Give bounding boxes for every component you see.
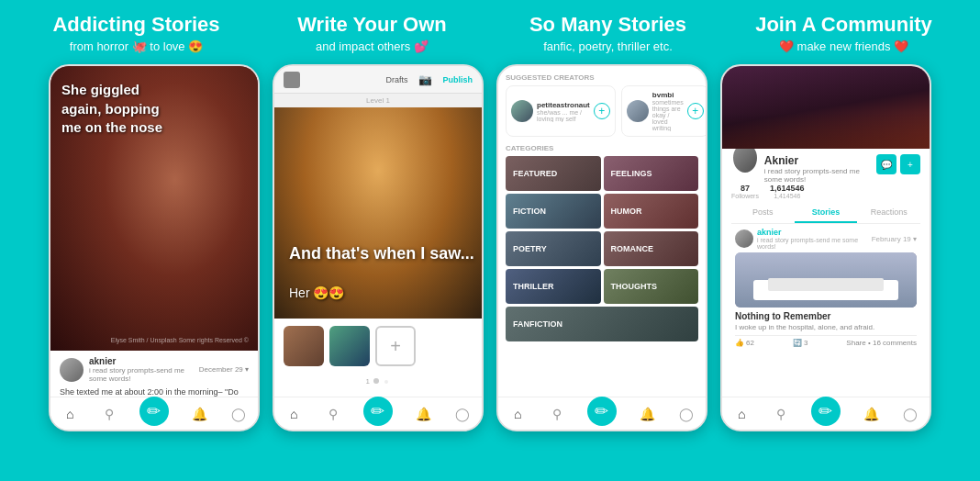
post4-author-info: aknier i read story prompts-send me some… bbox=[757, 228, 872, 250]
home-icon[interactable]: ⌂ bbox=[61, 406, 78, 422]
create-nav-4-fab[interactable]: ✏ bbox=[811, 397, 841, 426]
repost-icon: 🔄 bbox=[121, 431, 130, 431]
category-romance[interactable]: ROMANCE bbox=[604, 231, 699, 266]
creator-avatar-1 bbox=[511, 100, 533, 122]
publish-button[interactable]: Publish bbox=[442, 75, 473, 84]
phone-1: She giggled again, bopping me on the nos… bbox=[49, 64, 260, 431]
section-header-2: Write Your Own and impact others 💕 bbox=[262, 13, 483, 53]
profile-name-group: Aknier i read story prompts-send me some… bbox=[764, 154, 876, 184]
home-nav-3-icon[interactable]: ⌂ bbox=[509, 406, 526, 422]
creator-info-2: bvmbi sometimes things are okay / loved … bbox=[652, 91, 684, 131]
profile-tab-bar: Posts Stories Reactions bbox=[731, 203, 920, 224]
home-nav-icon[interactable]: ⌂ bbox=[285, 406, 302, 422]
home-nav-4-icon[interactable]: ⌂ bbox=[733, 406, 750, 422]
share-text: Share • 16 comments bbox=[178, 431, 249, 431]
search-nav-icon[interactable]: ⚲ bbox=[325, 406, 341, 422]
category-feelings[interactable]: FEELINGS bbox=[604, 156, 699, 191]
phone1-post-date: December 29 ▾ bbox=[199, 365, 249, 374]
phone1-bottom-nav: ⌂ ⚲ ✏ 🔔 ◯ bbox=[50, 397, 258, 430]
photo-icon[interactable]: 📷 bbox=[417, 72, 433, 88]
section-title-2: Write Your Own bbox=[262, 13, 483, 37]
phone1-author-name: aknier bbox=[89, 356, 199, 366]
post4-reposts-count: 3 bbox=[804, 339, 807, 347]
bell-nav-3-icon[interactable]: 🔔 bbox=[639, 406, 655, 422]
share-text-4: Share • 16 comments bbox=[846, 339, 917, 347]
phone2-bottom-nav: ⌂ ⚲ ✏ 🔔 ◯ bbox=[274, 397, 482, 430]
search-nav-4-icon[interactable]: ⚲ bbox=[773, 406, 789, 422]
category-humor[interactable]: HUMOR bbox=[604, 194, 699, 229]
phone4-cover-image bbox=[722, 66, 930, 149]
category-fiction[interactable]: FICTION bbox=[506, 194, 601, 229]
profile-icon[interactable]: ◯ bbox=[230, 406, 247, 422]
tab-posts[interactable]: Posts bbox=[731, 203, 795, 223]
tab-stories[interactable]: Stories bbox=[795, 203, 858, 223]
phone1-reposts[interactable]: 🔄 3 bbox=[121, 431, 136, 431]
category-thriller[interactable]: THRILLER bbox=[506, 269, 601, 304]
thumbnail-1[interactable] bbox=[284, 326, 324, 366]
phone1-author-info: aknier i read story prompts-send me some… bbox=[89, 356, 199, 383]
watermark-text: Elyse Smith / Unsplash Some rights Reser… bbox=[111, 337, 249, 343]
headers-row: Addicting Stories from horror 🐙 to love … bbox=[0, 0, 980, 61]
create-nav-fab[interactable]: ✏ bbox=[363, 397, 393, 426]
phone3-main-content: Suggested creators petiteastronaut she/w… bbox=[498, 66, 706, 430]
thumbnail-2[interactable] bbox=[329, 326, 370, 366]
create-nav-3-fab[interactable]: ✏ bbox=[587, 397, 617, 426]
section-title-1: Addicting Stories bbox=[27, 13, 247, 37]
follow-button[interactable]: + bbox=[900, 154, 920, 174]
creator-avatar-2 bbox=[627, 100, 649, 122]
post4-date: February 19 ▾ bbox=[872, 235, 917, 243]
search-icon[interactable]: ⚲ bbox=[101, 406, 117, 422]
bell-nav-4-icon[interactable]: 🔔 bbox=[863, 406, 879, 422]
bell-nav-icon[interactable]: 🔔 bbox=[415, 406, 431, 422]
story-subtitle: I woke up in the hospital, alone, and af… bbox=[735, 323, 917, 331]
post4-likes-count: 62 bbox=[746, 339, 754, 347]
phone2-thumbnails: + bbox=[274, 319, 482, 374]
phone-4: Aknier i read story prompts-send me some… bbox=[720, 64, 931, 431]
drafts-button[interactable]: Drafts bbox=[385, 75, 407, 84]
category-thoughts[interactable]: THOUGHTS bbox=[604, 269, 699, 304]
profile-left: Aknier i read story prompts-send me some… bbox=[731, 154, 876, 184]
phone1-author-bio: i read story prompts-send me some words! bbox=[89, 366, 199, 383]
profile-actions: 💬 + bbox=[876, 154, 920, 174]
categories-section: Categories FEATURED FEELINGS FICTION HUM… bbox=[506, 144, 698, 341]
phone4-profile-section: Aknier i read story prompts-send me some… bbox=[722, 149, 930, 352]
category-featured[interactable]: FEATURED bbox=[506, 156, 601, 191]
likes-count: 32 bbox=[71, 431, 79, 431]
phone1-share[interactable]: Share • 16 comments bbox=[178, 431, 249, 431]
follow-creator-2-button[interactable]: + bbox=[687, 103, 704, 119]
creator-sub-1: she/was ... me / loving my self bbox=[537, 109, 590, 122]
creator-card-1: petiteastronaut she/was ... me / loving … bbox=[506, 85, 616, 137]
profile-nav-icon[interactable]: ◯ bbox=[454, 406, 471, 422]
suggested-creators-section: Suggested creators petiteastronaut she/w… bbox=[506, 73, 698, 137]
section-header-3: So Many Stories fanfic, poetry, thriller… bbox=[498, 13, 718, 53]
phone2-logo bbox=[284, 72, 300, 88]
profile-nav-3-icon[interactable]: ◯ bbox=[678, 406, 695, 422]
profile-nav-4-icon[interactable]: ◯ bbox=[902, 406, 919, 422]
post4-story-image bbox=[735, 252, 917, 308]
section-header-4: Join A Community ❤️ make new friends ❤️ bbox=[734, 13, 954, 53]
phone2-toolbar: Drafts 📷 Publish bbox=[274, 66, 482, 94]
phone1-story-text: She giggled again, bopping me on the nos… bbox=[61, 81, 181, 137]
category-poetry[interactable]: POETRY bbox=[506, 231, 601, 266]
post4-reposts[interactable]: 🔄 3 bbox=[793, 339, 807, 347]
stat-followers: 87 Followers bbox=[731, 184, 759, 199]
tab-reactions[interactable]: Reactions bbox=[857, 203, 920, 223]
post4-author-bio: i read story prompts-send me some words! bbox=[757, 237, 872, 250]
post4-share[interactable]: Share • 16 comments bbox=[846, 339, 917, 347]
follow-creator-1-button[interactable]: + bbox=[594, 103, 610, 119]
bell-icon[interactable]: 🔔 bbox=[191, 406, 207, 422]
stat-following: 1,614546 1,414546 bbox=[770, 184, 805, 199]
post4-likes[interactable]: 👍 62 bbox=[735, 339, 754, 347]
create-fab[interactable]: ✏ bbox=[139, 397, 169, 426]
phone1-likes[interactable]: 👍 32 bbox=[60, 431, 79, 431]
suggested-label: Suggested creators bbox=[506, 73, 698, 82]
add-thumbnail-button[interactable]: + bbox=[375, 326, 416, 366]
phone-2: Drafts 📷 Publish Level 1 And that's when… bbox=[273, 64, 484, 431]
section-title-3: So Many Stories bbox=[498, 13, 718, 37]
category-fanfiction[interactable]: FANFICTION bbox=[506, 307, 698, 341]
phone2-story-image: And that's when I saw... Her 😍😍 bbox=[274, 107, 482, 319]
chapter-label: Level 1 bbox=[274, 94, 482, 107]
creator-name-1: petiteastronaut bbox=[537, 101, 590, 109]
search-nav-3-icon[interactable]: ⚲ bbox=[549, 406, 565, 422]
message-button[interactable]: 💬 bbox=[876, 154, 896, 174]
